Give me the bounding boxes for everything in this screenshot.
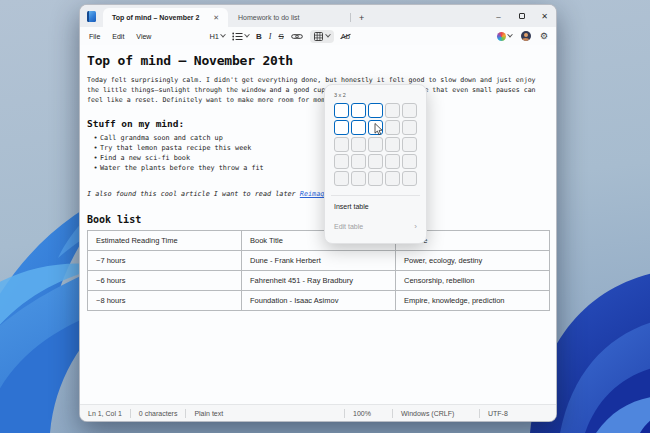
chevron-down-icon <box>244 32 250 38</box>
menu-toolbar-row: File Edit View H1 B I <box>80 27 556 45</box>
grid-cell-5x5[interactable] <box>402 171 417 186</box>
notepad-app-icon <box>87 11 96 22</box>
grid-cell-4x5[interactable] <box>385 171 400 186</box>
section-heading-mind: Stuff on my mind: <box>87 118 549 129</box>
grid-cell-5x2[interactable] <box>402 120 417 135</box>
tab-homework[interactable]: Homework to do list <box>228 8 348 27</box>
bullet-icon: • <box>91 143 100 153</box>
bullet-icon: • <box>91 163 100 173</box>
settings-gear-icon[interactable]: ⚙ <box>540 31 548 41</box>
grid-cell-2x2[interactable] <box>351 120 366 135</box>
clear-formatting-button[interactable]: Ab <box>341 32 350 41</box>
bullet-icon: • <box>91 153 100 163</box>
maximize-icon <box>519 13 525 19</box>
tab-top-of-mind[interactable]: Top of mind – November 2 ✕ <box>103 8 228 27</box>
table-cell: Empire, knowledge, prediction <box>396 291 550 311</box>
note-line: I also found this cool article I want to… <box>87 190 549 198</box>
link-button[interactable] <box>291 32 303 41</box>
account-avatar[interactable] <box>521 31 531 41</box>
character-count: 0 characters <box>131 410 186 417</box>
table-cell: Dune - Frank Herbert <box>242 251 396 271</box>
edit-table-item: Edit table › <box>334 216 417 236</box>
book-table-body: ~7 hoursDune - Frank HerbertPower, ecolo… <box>88 251 550 311</box>
grid-cell-4x3[interactable] <box>385 137 400 152</box>
book-table: Estimated Reading TimeBook TitleTheme ~7… <box>87 230 550 311</box>
bullet-text: Try that lemon pasta recipe this week <box>100 143 251 153</box>
status-bar: Ln 1, Col 1 0 characters Plain text 100%… <box>80 404 556 421</box>
grid-cell-3x4[interactable] <box>368 154 383 169</box>
bullet-text: Call grandma soon and catch up <box>100 133 223 143</box>
chevron-right-icon: › <box>414 222 417 231</box>
edit-table-label: Edit table <box>334 223 363 230</box>
insert-table-item[interactable]: Insert table <box>334 196 417 216</box>
table-cell: ~7 hours <box>88 251 242 271</box>
column-header: Estimated Reading Time <box>88 231 242 251</box>
bullet-item: •Find a new sci-fi book <box>87 153 549 163</box>
tab-label: Homework to do list <box>238 14 299 21</box>
bullet-icon: • <box>91 133 100 143</box>
notepad-window: Top of mind – November 2 ✕ Homework to d… <box>79 4 557 422</box>
table-size-grid <box>334 103 417 186</box>
table-row: ~8 hoursFoundation - Isaac AsimovEmpire,… <box>88 291 550 311</box>
grid-cell-4x4[interactable] <box>385 154 400 169</box>
grid-cell-1x2[interactable] <box>334 120 349 135</box>
grid-cell-1x1[interactable] <box>334 103 349 118</box>
menu-edit[interactable]: Edit <box>106 33 130 40</box>
bullet-text: Water the plants before they throw a fit <box>100 163 264 173</box>
menu-file[interactable]: File <box>83 33 106 40</box>
paragraph: Today felt surprisingly calm. I didn't g… <box>87 75 549 105</box>
heading-style-label: H1 <box>209 32 219 41</box>
document-editor[interactable]: Top of mind – November 20th Today felt s… <box>80 45 556 404</box>
grid-cell-3x5[interactable] <box>368 171 383 186</box>
bullet-item: •Try that lemon pasta recipe this week <box>87 143 549 153</box>
chevron-down-icon <box>325 32 331 38</box>
link-icon <box>291 32 303 41</box>
table-button[interactable] <box>310 30 334 43</box>
section-heading-books: Book list <box>87 214 549 225</box>
grid-cell-5x1[interactable] <box>402 103 417 118</box>
bullet-item: •Call grandma soon and catch up <box>87 133 549 143</box>
table-dropdown: 3 x 2 Insert table Edit table › <box>324 84 427 244</box>
grid-cell-3x1[interactable] <box>368 103 383 118</box>
bold-button[interactable]: B <box>256 32 262 41</box>
encoding[interactable]: UTF-8 <box>480 410 556 417</box>
grid-cell-1x5[interactable] <box>334 171 349 186</box>
table-size-label: 3 x 2 <box>334 92 417 98</box>
grid-cell-1x3[interactable] <box>334 137 349 152</box>
table-row: ~6 hoursFahrenheit 451 - Ray BradburyCen… <box>88 271 550 291</box>
table-icon <box>314 32 323 41</box>
table-cell: Fahrenheit 451 - Ray Bradbury <box>242 271 396 291</box>
strikethrough-button[interactable]: S <box>278 32 283 41</box>
grid-cell-5x3[interactable] <box>402 137 417 152</box>
copilot-button[interactable] <box>497 32 512 41</box>
grid-cell-3x3[interactable] <box>368 137 383 152</box>
grid-cell-2x3[interactable] <box>351 137 366 152</box>
grid-cell-4x1[interactable] <box>385 103 400 118</box>
tab-close-icon[interactable]: ✕ <box>210 13 222 23</box>
cursor-position: Ln 1, Col 1 <box>80 410 130 417</box>
grid-cell-1x4[interactable] <box>334 154 349 169</box>
menu-view[interactable]: View <box>130 33 157 40</box>
grid-cell-2x4[interactable] <box>351 154 366 169</box>
italic-button[interactable]: I <box>269 32 272 41</box>
new-tab-button[interactable]: + <box>353 8 370 27</box>
grid-cell-5x4[interactable] <box>402 154 417 169</box>
note-text: I also found this cool article I want to… <box>87 190 300 198</box>
titlebar[interactable]: Top of mind – November 2 ✕ Homework to d… <box>80 5 556 27</box>
heading-style-button[interactable]: H1 <box>209 32 225 41</box>
mouse-cursor <box>374 123 383 136</box>
tab-divider <box>350 13 351 22</box>
close-button[interactable]: ✕ <box>533 5 556 27</box>
list-button[interactable] <box>232 32 249 41</box>
zoom-level[interactable]: 100% <box>345 410 392 417</box>
grid-cell-2x5[interactable] <box>351 171 366 186</box>
line-ending[interactable]: Windows (CRLF) <box>393 410 479 417</box>
tab-label: Top of mind – November 2 <box>112 14 210 21</box>
table-cell: Censorship, rebellion <box>396 271 550 291</box>
grid-cell-4x2[interactable] <box>385 120 400 135</box>
minimize-button[interactable]: – <box>487 5 510 27</box>
table-cell: ~8 hours <box>88 291 242 311</box>
maximize-button[interactable] <box>510 5 533 27</box>
grid-cell-2x1[interactable] <box>351 103 366 118</box>
desktop: Top of mind – November 2 ✕ Homework to d… <box>0 0 650 433</box>
